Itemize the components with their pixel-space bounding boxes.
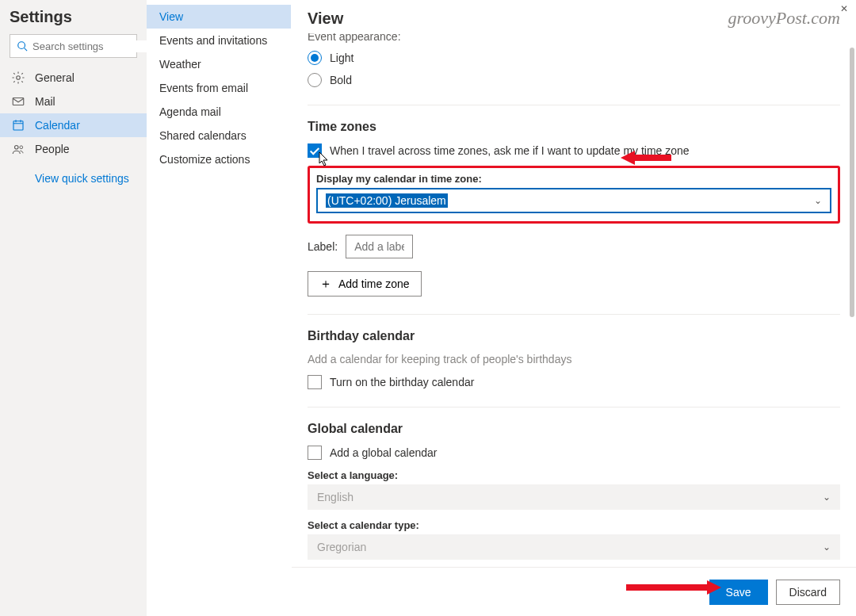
search-settings-input[interactable]	[10, 34, 137, 58]
language-label: Select a language:	[308, 469, 840, 481]
sidebar-item-label: Calendar	[35, 119, 80, 132]
section-heading: Time zones	[308, 120, 840, 134]
page-title: View	[308, 10, 343, 28]
radio-icon	[308, 73, 322, 87]
timezones-section: Time zones When I travel across time zon…	[308, 105, 840, 297]
svg-point-6	[20, 146, 23, 149]
subnav-item-weather[interactable]: Weather	[147, 52, 291, 76]
sidebar-item-general[interactable]: General	[0, 66, 147, 90]
tz-label-label: Label:	[308, 240, 338, 253]
scrollbar-thumb[interactable]	[850, 48, 854, 317]
birthday-section: Birthday calendar Add a calendar for kee…	[308, 315, 840, 389]
settings-title: Settings	[0, 8, 147, 34]
search-icon	[17, 40, 28, 52]
save-button[interactable]: Save	[709, 580, 768, 605]
option-label: Bold	[330, 74, 352, 86]
calendar-icon	[11, 118, 25, 132]
radio-icon	[308, 51, 322, 65]
section-heading: Birthday calendar	[308, 329, 840, 343]
travel-timezone-checkbox-row[interactable]: When I travel across time zones, ask me …	[308, 143, 840, 158]
checkbox-icon	[308, 375, 322, 389]
svg-rect-3	[13, 98, 24, 105]
language-value: English	[317, 491, 353, 503]
event-appearance-label: Event appearance:	[308, 33, 840, 43]
svg-rect-4	[13, 121, 23, 130]
sidebar-item-mail[interactable]: Mail	[0, 90, 147, 113]
global-checkbox-row[interactable]: Add a global calendar	[308, 446, 840, 460]
birthday-checkbox-row[interactable]: Turn on the birthday calendar	[308, 375, 840, 389]
view-quick-settings-link[interactable]: View quick settings	[0, 161, 147, 185]
sidebar-item-label: People	[35, 143, 70, 155]
section-subtext: Add a calendar for keeping track of peop…	[308, 353, 840, 365]
tz-label-input[interactable]	[346, 235, 413, 258]
search-settings-field[interactable]	[32, 40, 166, 52]
language-select: English ⌄	[308, 484, 840, 510]
checkbox-label: When I travel across time zones, ask me …	[330, 144, 690, 157]
timezone-highlight-box: Display my calendar in time zone: (UTC+0…	[308, 166, 840, 224]
appearance-option-bold[interactable]: Bold	[308, 73, 840, 87]
caltype-select: Gregorian ⌄	[308, 534, 840, 560]
subnav-item-events-invitations[interactable]: Events and invitations	[147, 29, 291, 52]
svg-line-1	[25, 48, 28, 52]
watermark-text: groovyPost.com	[728, 8, 840, 29]
sidebar-item-people[interactable]: People	[0, 137, 147, 161]
chevron-down-icon: ⌄	[823, 541, 831, 553]
appearance-option-light[interactable]: Light	[308, 51, 840, 65]
caltype-value: Gregorian	[317, 541, 366, 553]
global-section: Global calendar Add a global calendar Se…	[308, 407, 840, 560]
content-pane: ✕ View groovyPost.com Event appearance: …	[292, 0, 856, 616]
subnav-item-agenda-mail[interactable]: Agenda mail	[147, 100, 291, 124]
svg-point-5	[15, 146, 19, 150]
add-timezone-button[interactable]: ＋ Add time zone	[308, 271, 422, 297]
subnav-item-customize-actions[interactable]: Customize actions	[147, 147, 291, 171]
sidebar-item-calendar[interactable]: Calendar	[0, 113, 147, 137]
svg-point-0	[18, 42, 25, 49]
close-icon[interactable]: ✕	[840, 3, 848, 14]
checkbox-icon	[308, 143, 322, 158]
chevron-down-icon: ⌄	[814, 195, 822, 206]
checkbox-label: Turn on the birthday calendar	[330, 376, 474, 388]
timezone-select[interactable]: (UTC+02:00) Jerusalem ⌄	[316, 188, 831, 213]
subnav-item-view[interactable]: View	[147, 5, 291, 29]
timezone-selected-value: (UTC+02:00) Jerusalem	[326, 193, 448, 208]
subnav-item-events-from-email[interactable]: Events from email	[147, 76, 291, 100]
discard-button[interactable]: Discard	[776, 580, 840, 605]
footer-bar: Save Discard	[292, 567, 856, 616]
subnav-item-shared-calendars[interactable]: Shared calendars	[147, 124, 291, 147]
gear-icon	[11, 71, 25, 85]
plus-icon: ＋	[319, 276, 332, 293]
sidebar-item-label: General	[35, 71, 75, 84]
svg-point-2	[17, 76, 21, 80]
caltype-label: Select a calendar type:	[308, 519, 840, 531]
section-heading: Global calendar	[308, 422, 840, 436]
calendar-subnav: View Events and invitations Weather Even…	[147, 0, 292, 616]
mail-icon	[11, 94, 25, 109]
option-label: Light	[330, 52, 353, 64]
settings-sidebar: Settings General Mail Calendar People Vi…	[0, 0, 147, 616]
sidebar-item-label: Mail	[35, 95, 55, 108]
checkbox-icon	[308, 446, 322, 460]
people-icon	[11, 142, 25, 156]
display-tz-label: Display my calendar in time zone:	[316, 173, 831, 185]
chevron-down-icon: ⌄	[823, 492, 831, 503]
checkbox-label: Add a global calendar	[330, 446, 437, 459]
button-label: Add time zone	[338, 277, 410, 290]
